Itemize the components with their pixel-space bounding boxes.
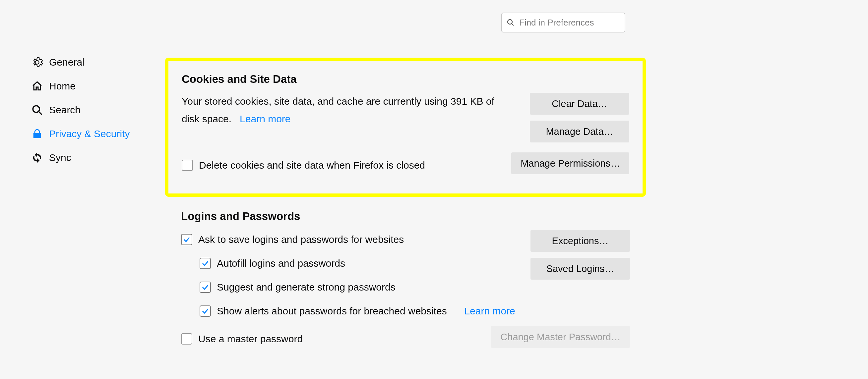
clear-data-button[interactable]: Clear Data… — [530, 93, 629, 115]
sidebar: General Home Search Privacy & Security S… — [31, 50, 151, 170]
lock-icon — [31, 128, 43, 140]
ask-save-checkbox[interactable] — [181, 234, 192, 245]
logins-section: Logins and Passwords Ask to save logins … — [165, 210, 646, 348]
sidebar-item-general[interactable]: General — [31, 50, 151, 74]
change-master-button: Change Master Password… — [491, 326, 630, 348]
autofill-checkbox[interactable] — [199, 258, 211, 269]
sidebar-item-home[interactable]: Home — [31, 74, 151, 98]
logins-title: Logins and Passwords — [181, 210, 630, 222]
sidebar-item-search[interactable]: Search — [31, 98, 151, 122]
use-master-label: Use a master password — [198, 333, 303, 345]
search-icon — [31, 104, 43, 116]
logins-learn-more-link[interactable]: Learn more — [464, 305, 515, 317]
sidebar-item-privacy[interactable]: Privacy & Security — [31, 122, 151, 146]
svg-point-2 — [33, 106, 39, 112]
breach-alerts-label: Show alerts about passwords for breached… — [217, 305, 447, 317]
home-icon — [31, 80, 43, 92]
exceptions-button[interactable]: Exceptions… — [530, 230, 630, 252]
autofill-label: Autofill logins and passwords — [217, 258, 345, 269]
manage-data-button[interactable]: Manage Data… — [530, 120, 629, 142]
cookies-title: Cookies and Site Data — [182, 73, 629, 85]
sidebar-item-label: Home — [49, 80, 75, 92]
saved-logins-button[interactable]: Saved Logins… — [530, 258, 630, 280]
cookies-desc-text: Your stored cookies, site data, and cach… — [182, 96, 494, 124]
suggest-strong-label: Suggest and generate strong passwords — [217, 282, 396, 293]
search-container — [501, 12, 625, 32]
cookies-learn-more-link[interactable]: Learn more — [240, 113, 290, 124]
delete-on-close-checkbox[interactable] — [182, 160, 193, 171]
sidebar-item-label: Sync — [49, 152, 71, 163]
suggest-strong-checkbox[interactable] — [199, 282, 211, 293]
gear-icon — [31, 56, 43, 68]
search-input[interactable] — [501, 12, 625, 32]
manage-permissions-button[interactable]: Manage Permissions… — [511, 152, 629, 174]
svg-line-3 — [39, 112, 42, 115]
sidebar-item-label: Privacy & Security — [49, 128, 130, 139]
cookies-section: Cookies and Site Data Your stored cookie… — [165, 58, 646, 197]
ask-save-label: Ask to save logins and passwords for web… — [198, 234, 404, 245]
cookies-description: Your stored cookies, site data, and cach… — [182, 93, 500, 128]
delete-on-close-label: Delete cookies and site data when Firefo… — [199, 160, 425, 171]
use-master-checkbox[interactable] — [181, 333, 192, 345]
breach-alerts-checkbox[interactable] — [199, 305, 211, 317]
sidebar-item-label: Search — [49, 104, 81, 116]
sidebar-item-label: General — [49, 57, 85, 68]
sync-icon — [31, 152, 43, 164]
sidebar-item-sync[interactable]: Sync — [31, 146, 151, 170]
main-content: Cookies and Site Data Your stored cookie… — [165, 58, 646, 348]
